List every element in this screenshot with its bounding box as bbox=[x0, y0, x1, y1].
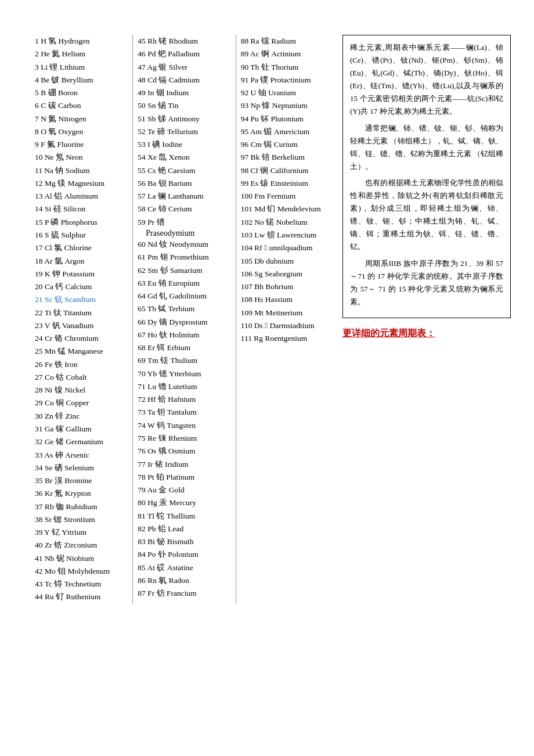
list-item: 6 C 碳 Carbon bbox=[35, 99, 122, 112]
list-item: 14 Si 硅 Silicon bbox=[35, 203, 122, 215]
list-item: 57 La 镧 Lanthanum bbox=[138, 190, 225, 203]
list-item: 100 Fm Fermium bbox=[241, 190, 331, 203]
list-item: 93 Np 镎 Neptunium bbox=[241, 99, 331, 112]
list-item: 71 Lu 镥 Lutetium bbox=[138, 380, 225, 393]
list-item: 37 Rb 铷 Rubidium bbox=[35, 501, 122, 513]
list-item: 102 No 锘 Nobelium bbox=[241, 216, 331, 229]
list-item: 34 Se 硒 Selenium bbox=[35, 462, 122, 474]
list-item: 67 Ho 钬 Holmium bbox=[138, 329, 225, 341]
list-item: 5 B 硼 Boron bbox=[35, 87, 122, 99]
list-item: 110 Ds 𫟼 Darmstadtium bbox=[241, 319, 331, 332]
list-item: 33 As 砷 Arsenic bbox=[35, 449, 122, 462]
list-item: 65 Tb 铽 Terbium bbox=[138, 303, 225, 315]
list-item: 54 Xe 氙 Xenon bbox=[138, 151, 225, 164]
list-item: 11 Na 钠 Sodium bbox=[35, 164, 122, 177]
list-item: 45 Rh 铑 Rhodium bbox=[138, 35, 225, 48]
list-item: 69 Tm 铥 Thulium bbox=[138, 354, 225, 367]
info-box: 稀土元素,周期表中镧系元素——镧(La)、铈(Ce)、镨(Pr)、钕(Nd)、钷… bbox=[342, 35, 511, 318]
list-item: 106 Sg Seaborgium bbox=[241, 268, 331, 280]
list-item: 87 Fr 钫 Francium bbox=[138, 587, 225, 600]
list-item: 16 S 硫 Sulphur bbox=[35, 229, 122, 242]
list-item: 80 Hg 汞 Mercury bbox=[138, 496, 225, 509]
list-item: 20 Ca 钙 Calcium bbox=[35, 280, 122, 293]
list-item: 75 Re 铼 Rhenium bbox=[138, 432, 225, 445]
list-item: 30 Zn 锌 Zinc bbox=[35, 410, 122, 423]
element-column-3: 88 Ra 镭 Radium89 Ac 锕 Actinium90 Th 钍 Th… bbox=[241, 35, 337, 604]
more-link[interactable]: 更详细的元素周期表： bbox=[342, 327, 511, 340]
list-item: 13 Al 铝 Aluminum bbox=[35, 190, 122, 203]
list-item: 56 Ba 钡 Barium bbox=[138, 177, 225, 190]
list-item: 27 Co 钴 Cobalt bbox=[35, 371, 122, 384]
list-item: 43 Tc 锝 Technetium bbox=[35, 578, 122, 591]
info-paragraph: 稀土元素,周期表中镧系元素——镧(La)、铈(Ce)、镨(Pr)、钕(Nd)、钷… bbox=[350, 41, 503, 118]
list-item: 109 Mt Meitnerium bbox=[241, 307, 331, 319]
list-item: 76 Os 锇 Osmium bbox=[138, 445, 225, 458]
list-item: 99 Es 锿 Einsteinium bbox=[241, 177, 331, 190]
list-item: 91 Pa 镤 Protactinium bbox=[241, 74, 331, 87]
list-item: 10 Ne 氖 Neon bbox=[35, 151, 122, 164]
list-item: 44 Ru 钌 Ruthenium bbox=[35, 591, 122, 603]
col-divider-2 bbox=[236, 35, 236, 604]
list-item: 26 Fe 铁 Iron bbox=[35, 358, 122, 371]
list-item: 70 Yb 镱 Ytterbium bbox=[138, 368, 225, 380]
info-paragraph: 也有的根据稀土元素物理化学性质的相似性和差异性，除钪之外(有的将钪划归稀散元素)… bbox=[350, 177, 503, 254]
list-item: 73 Ta 钽 Tantalum bbox=[138, 406, 225, 419]
list-item: 96 Cm 锔 Curium bbox=[241, 138, 331, 151]
list-item: 90 Th 钍 Thorium bbox=[241, 61, 331, 74]
list-item: 88 Ra 镭 Radium bbox=[241, 35, 331, 48]
list-item: 3 Li 锂 Lithium bbox=[35, 61, 122, 74]
list-item: 39 Y 钇 Yttrium bbox=[35, 526, 122, 539]
right-panel: 稀土元素,周期表中镧系元素——镧(La)、铈(Ce)、镨(Pr)、钕(Nd)、钷… bbox=[342, 35, 511, 604]
list-item: 101 Md 钔 Mendelevium bbox=[241, 203, 331, 215]
list-item: 82 Pb 铅 Lead bbox=[138, 523, 225, 535]
list-item: 79 Au 金 Gold bbox=[138, 484, 225, 496]
list-item: 89 Ac 锕 Actinium bbox=[241, 48, 331, 60]
main-content: 1 H 氢 Hydrogen2 He 氦 Helium3 Li 锂 Lithiu… bbox=[35, 35, 511, 604]
list-item: 23 V 钒 Vanadium bbox=[35, 319, 122, 332]
list-item: 8 O 氧 Oxygen bbox=[35, 125, 122, 138]
info-paragraph: 周期系IIIB 族中原子序数为 21、39 和 57～71 的 17 种化学元素… bbox=[350, 257, 503, 308]
info-paragraph: 通常把镧、铈、镨、钕、钷、钐、铕称为轻稀土元素 （铈组稀土），钆、铽、镝、钬、铒… bbox=[350, 122, 503, 173]
list-item: 63 Eu 铕 Europium bbox=[138, 277, 225, 290]
list-item: 85 At 砹 Astatine bbox=[138, 561, 225, 574]
list-item: 98 Cf 锎 Californium bbox=[241, 164, 331, 177]
list-item: 2 He 氦 Helium bbox=[35, 48, 122, 60]
list-item: 1 H 氢 Hydrogen bbox=[35, 35, 122, 48]
list-item: 4 Be 铍 Beryllium bbox=[35, 74, 122, 87]
list-item: 86 Rn 氡 Radon bbox=[138, 574, 225, 587]
col-divider-1 bbox=[132, 35, 133, 604]
list-item: 77 Ir 铱 Iridium bbox=[138, 458, 225, 471]
list-item: 19 K 钾 Potassium bbox=[35, 268, 122, 280]
element-column-2: 45 Rh 铑 Rhodium46 Pd 钯 Palladium47 Ag 银 … bbox=[138, 35, 230, 604]
list-item: 53 I 碘 Iodine bbox=[138, 138, 225, 151]
list-item: 29 Cu 铜 Copper bbox=[35, 397, 122, 409]
list-item: 95 Am 镅 Americium bbox=[241, 125, 331, 138]
list-item: 66 Dy 镝 Dysprosium bbox=[138, 316, 225, 329]
list-item: 7 N 氮 Nitrogen bbox=[35, 113, 122, 125]
list-item: 50 Sn 锡 Tin bbox=[138, 99, 225, 112]
list-item: 17 Cl 氯 Chlorine bbox=[35, 242, 122, 254]
list-item: 59 Pr 镨 bbox=[138, 216, 225, 229]
list-item: 46 Pd 钯 Palladium bbox=[138, 48, 225, 60]
list-item: 55 Cs 铯 Caesium bbox=[138, 164, 225, 177]
list-item: 107 Bh Bohrium bbox=[241, 280, 331, 293]
list-item: 36 Kr 氪 Krypton bbox=[35, 487, 122, 500]
list-item: 41 Nb 铌 Niobium bbox=[35, 552, 122, 565]
list-item: 72 Hf 铪 Hafnium bbox=[138, 393, 225, 406]
list-item: 25 Mn 锰 Manganese bbox=[35, 345, 122, 358]
list-item: 24 Cr 铬 Chromium bbox=[35, 332, 122, 345]
list-item: 51 Sb 锑 Antimony bbox=[138, 113, 225, 125]
list-item: 105 Db dubnium bbox=[241, 255, 331, 268]
list-item: 12 Mg 镁 Magnesium bbox=[35, 177, 122, 190]
list-item: 108 Hs Hassium bbox=[241, 293, 331, 306]
list-item: 111 Rg Roentgenium bbox=[241, 332, 331, 345]
list-item: 48 Cd 镉 Cadmium bbox=[138, 74, 225, 87]
list-item: 68 Er 铒 Erbium bbox=[138, 341, 225, 354]
list-item: 97 Bk 锫 Berkelium bbox=[241, 151, 331, 164]
list-item: 47 Ag 银 Silver bbox=[138, 61, 225, 74]
list-item: 32 Ge 锗 Germanium bbox=[35, 435, 122, 448]
list-item: 49 In 铟 Indium bbox=[138, 87, 225, 99]
list-item: 9 F 氟 Fluorine bbox=[35, 138, 122, 151]
list-item: 15 P 磷 Phosphorus bbox=[35, 216, 122, 229]
list-item: 94 Pu 钚 Plutonium bbox=[241, 113, 331, 125]
